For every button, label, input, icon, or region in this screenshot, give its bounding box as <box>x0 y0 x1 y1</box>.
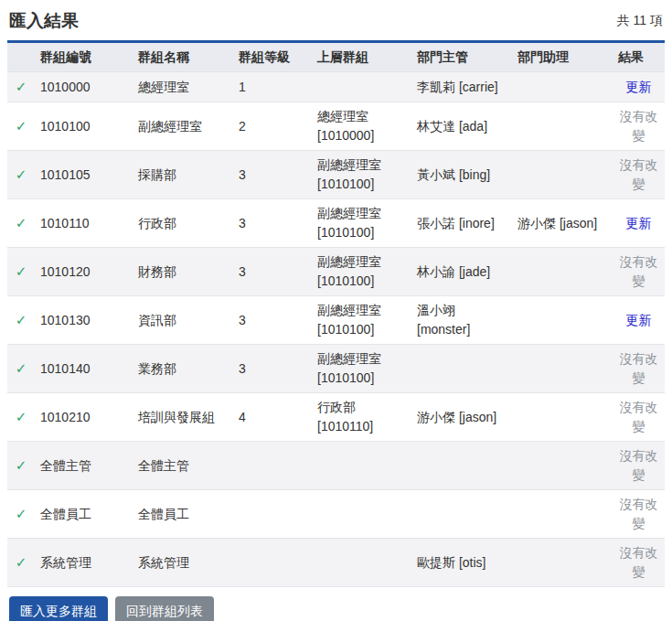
column-header-6: 結果 <box>613 42 665 72</box>
cell-department-manager: 林小諭 [jade] <box>411 248 512 296</box>
column-header-1: 群組名稱 <box>133 42 233 72</box>
cell-group-code: 全體主管 <box>35 442 133 490</box>
cell-group-level: 3 <box>233 296 312 345</box>
cell-group-name: 業務部 <box>133 345 233 393</box>
row-status-cell: ✓ <box>7 72 35 102</box>
column-header-0: 群組編號 <box>35 42 133 72</box>
cell-department-manager: 歐提斯 [otis] <box>411 539 512 587</box>
import-results-table: 群組編號群組名稱群組等級上層群組部門主管部門助理結果 ✓ 1010000 總經理… <box>7 40 665 587</box>
cell-parent-group: 副總經理室 [1010100] <box>312 151 411 199</box>
column-header-4: 部門主管 <box>411 42 512 72</box>
cell-parent-group: 副總經理室 [1010100] <box>312 199 411 248</box>
table-row: ✓ 1010110 行政部 3 副總經理室 [1010100] 張小諾 [ino… <box>7 199 665 248</box>
cell-parent-group <box>312 539 411 587</box>
back-to-group-list-button[interactable]: 回到群組列表 <box>115 596 214 621</box>
result-status[interactable]: 更新 <box>626 216 652 230</box>
cell-department-assistant <box>512 151 613 199</box>
row-status-cell: ✓ <box>7 248 35 296</box>
cell-department-assistant <box>512 490 613 539</box>
cell-group-name: 培訓與發展組 <box>133 393 233 442</box>
page-title: 匯入結果 <box>9 10 79 32</box>
cell-group-name: 採購部 <box>133 151 233 199</box>
cell-department-manager: 黃小斌 [bing] <box>411 151 512 199</box>
cell-group-code: 1010130 <box>35 296 133 345</box>
row-status-cell: ✓ <box>7 442 35 490</box>
result-status: 沒有改變 <box>620 545 658 579</box>
cell-parent-group: 副總經理室 [1010100] <box>312 345 411 393</box>
cell-result: 更新 <box>613 199 665 248</box>
cell-department-assistant <box>512 296 613 345</box>
cell-group-name: 行政部 <box>133 199 233 248</box>
table-row: ✓ 全體員工 全體員工 沒有改變 <box>7 490 665 539</box>
cell-result: 更新 <box>613 72 665 102</box>
page-header: 匯入結果 共 11 項 <box>7 0 665 40</box>
cell-group-level <box>233 490 312 539</box>
table-row: ✓ 1010210 培訓與發展組 4 行政部 [1010110] 游小傑 [ja… <box>7 393 665 442</box>
cell-parent-group <box>312 72 411 102</box>
cell-department-assistant <box>512 442 613 490</box>
cell-result: 沒有改變 <box>613 442 665 490</box>
check-icon: ✓ <box>16 312 27 327</box>
check-icon: ✓ <box>16 360 27 376</box>
cell-department-assistant <box>512 248 613 296</box>
cell-parent-group: 副總經理室 [1010100] <box>312 296 411 345</box>
cell-result: 沒有改變 <box>613 102 665 151</box>
cell-department-assistant <box>512 102 613 151</box>
result-status: 沒有改變 <box>620 157 658 191</box>
result-status: 沒有改變 <box>620 351 658 385</box>
cell-group-code: 全體員工 <box>35 490 133 539</box>
row-status-cell: ✓ <box>7 296 35 345</box>
table-row: ✓ 全體主管 全體主管 沒有改變 <box>7 442 665 490</box>
cell-department-assistant <box>512 539 613 587</box>
table-header-row: 群組編號群組名稱群組等級上層群組部門主管部門助理結果 <box>7 42 665 72</box>
table-row: ✓ 1010120 財務部 3 副總經理室 [1010100] 林小諭 [jad… <box>7 248 665 296</box>
cell-group-level <box>233 539 312 587</box>
cell-parent-group <box>312 442 411 490</box>
cell-group-code: 系統管理 <box>35 539 133 587</box>
import-more-groups-button[interactable]: 匯入更多群組 <box>9 596 108 621</box>
table-row: ✓ 1010130 資訊部 3 副總經理室 [1010100] 溫小翊 [mon… <box>7 296 665 345</box>
row-status-cell: ✓ <box>7 490 35 539</box>
cell-group-name: 總經理室 <box>133 72 233 102</box>
cell-department-assistant <box>512 72 613 102</box>
cell-result: 沒有改變 <box>613 490 665 539</box>
cell-result: 沒有改變 <box>613 151 665 199</box>
cell-group-name: 全體員工 <box>133 490 233 539</box>
column-header-3: 上層群組 <box>312 42 411 72</box>
check-icon: ✓ <box>16 215 27 230</box>
table-body: ✓ 1010000 總經理室 1 李凱莉 [carrie] 更新 ✓ 10101… <box>7 72 665 587</box>
cell-result: 沒有改變 <box>613 539 665 587</box>
cell-department-manager <box>411 442 512 490</box>
check-icon: ✓ <box>16 79 27 94</box>
table-row: ✓ 1010100 副總經理室 2 總經理室 [1010000] 林艾達 [ad… <box>7 102 665 151</box>
cell-result: 沒有改變 <box>613 393 665 442</box>
cell-department-manager: 李凱莉 [carrie] <box>411 72 512 102</box>
cell-group-level: 3 <box>233 199 312 248</box>
cell-group-level: 1 <box>233 72 312 102</box>
table-header: 群組編號群組名稱群組等級上層群組部門主管部門助理結果 <box>7 42 665 72</box>
table-row: ✓ 1010140 業務部 3 副總經理室 [1010100] 沒有改變 <box>7 345 665 393</box>
cell-group-code: 1010140 <box>35 345 133 393</box>
cell-department-assistant: 游小傑 [jason] <box>512 199 613 248</box>
result-status[interactable]: 更新 <box>626 313 652 327</box>
row-status-cell: ✓ <box>7 393 35 442</box>
result-status[interactable]: 更新 <box>626 80 652 94</box>
result-status: 沒有改變 <box>620 400 658 434</box>
cell-parent-group: 行政部 [1010110] <box>312 393 411 442</box>
column-header-2: 群組等級 <box>233 42 312 72</box>
cell-group-level <box>233 442 312 490</box>
table-row: ✓ 系統管理 系統管理 歐提斯 [otis] 沒有改變 <box>7 539 665 587</box>
row-status-cell: ✓ <box>7 151 35 199</box>
row-status-cell: ✓ <box>7 199 35 248</box>
cell-parent-group: 副總經理室 [1010100] <box>312 248 411 296</box>
result-status: 沒有改變 <box>620 497 658 530</box>
item-count: 共 11 項 <box>617 13 663 29</box>
cell-group-name: 全體主管 <box>133 442 233 490</box>
row-status-cell: ✓ <box>7 539 35 587</box>
cell-group-level: 3 <box>233 248 312 296</box>
cell-group-code: 1010210 <box>35 393 133 442</box>
cell-parent-group: 總經理室 [1010000] <box>312 102 411 151</box>
column-header-5: 部門助理 <box>512 42 613 72</box>
cell-parent-group <box>312 490 411 539</box>
cell-group-code: 1010110 <box>35 199 133 248</box>
